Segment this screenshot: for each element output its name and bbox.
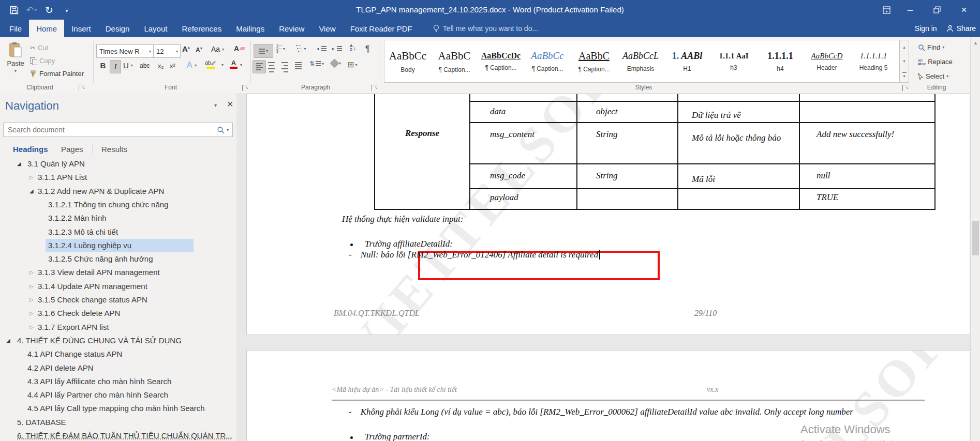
styles-dialog-launcher-icon[interactable]: ↘ xyxy=(902,85,909,91)
tab-foxit-reader-pdf[interactable]: Foxit Reader PDF xyxy=(343,20,420,37)
paragraph-dialog-launcher-icon[interactable]: ↘ xyxy=(372,85,378,91)
replace-button[interactable]: ab⇄ac Replace xyxy=(918,58,953,66)
style-gallery-item[interactable]: 1.1.1.1.1Heading 5 xyxy=(850,40,897,82)
decrease-indent-button[interactable]: ◂ xyxy=(317,45,326,52)
nav-item[interactable]: 5. DATABASE xyxy=(0,416,236,429)
style-gallery-item[interactable]: AaBbCc¶ Caption... xyxy=(524,40,571,82)
align-left-button[interactable] xyxy=(253,60,266,73)
style-gallery-item[interactable]: AaBbC¶ Caption... xyxy=(571,40,617,82)
styles-scroll-up[interactable]: ▴ xyxy=(899,40,909,55)
paste-button[interactable]: Paste ▾ xyxy=(4,41,27,73)
nav-item[interactable]: 4.4 API lấy Partner cho màn hình Search xyxy=(0,388,236,402)
table-cell[interactable] xyxy=(799,94,936,102)
style-gallery-item[interactable]: AaBbCcDc¶ Caption... xyxy=(478,40,524,82)
table-cell[interactable] xyxy=(576,189,677,210)
table-cell[interactable]: Add new successfully! xyxy=(799,123,936,164)
expand-arrow-icon[interactable]: ▷ xyxy=(29,293,34,307)
numbering-button[interactable]: 1—2—3—▾ xyxy=(276,44,285,53)
nav-item[interactable]: 6. THIẾT KẾ ĐẢM BẢO TUÂN THỦ TIÊU CHUẨN … xyxy=(0,429,236,441)
clipboard-dialog-launcher-icon[interactable]: ↘ xyxy=(79,85,85,91)
align-center-button[interactable] xyxy=(268,61,275,73)
share-button[interactable]: Share xyxy=(946,24,976,33)
tab-layout[interactable]: Layout xyxy=(137,20,174,37)
underline-button[interactable]: U▾ xyxy=(123,61,133,70)
nav-item[interactable]: 4.5 API lấy Call type mapping cho màn hì… xyxy=(0,402,236,415)
font-size-combo[interactable]: 12▾ xyxy=(153,44,181,58)
nav-item[interactable]: ▷3.1.3 View detail APN management xyxy=(0,266,236,279)
style-gallery-item[interactable]: AaBbCcBody xyxy=(384,40,431,82)
expand-arrow-icon[interactable]: ▷ xyxy=(29,171,34,184)
nav-item[interactable]: ▷3.1.1 APN List xyxy=(0,171,236,184)
table-cell[interactable]: Dữ liệu trả về xyxy=(677,102,799,123)
table-cell[interactable] xyxy=(677,94,799,102)
copy-button[interactable]: Copy xyxy=(30,57,55,65)
table-cell[interactable] xyxy=(469,94,576,102)
minimize-button[interactable]: ─ xyxy=(898,0,922,20)
scroll-up-icon[interactable]: ▲ xyxy=(971,40,980,45)
change-case-button[interactable]: Aa▾ xyxy=(211,45,224,53)
superscript-button[interactable]: x² xyxy=(170,62,175,70)
nav-item[interactable]: ◢4. THIẾT KẾ DÙNG CHUNG VÀ TÁI SỬ DỤNG xyxy=(0,334,236,347)
expand-arrow-icon[interactable]: ▷ xyxy=(29,280,34,293)
table-cell[interactable] xyxy=(799,102,936,123)
table-cell[interactable]: TRUE xyxy=(799,189,936,210)
tab-review[interactable]: Review xyxy=(272,20,311,37)
nav-item[interactable]: 4.2 API delete APN xyxy=(0,361,236,375)
table-cell[interactable]: Mô tả lỗi hoặc thông báo xyxy=(677,123,799,164)
vertical-scrollbar[interactable]: ▲ xyxy=(970,37,980,441)
nav-item[interactable]: 3.1.2.2 Màn hình xyxy=(0,211,236,225)
expand-arrow-icon[interactable]: ▷ xyxy=(29,266,34,279)
table-cell-response[interactable]: Response xyxy=(374,94,469,210)
format-painter-button[interactable]: Format Painter xyxy=(30,70,84,78)
table-cell[interactable]: Mã lỗi xyxy=(677,164,799,189)
borders-button[interactable]: ⊞▾ xyxy=(348,60,358,69)
tab-references[interactable]: References xyxy=(174,20,229,37)
font-color-button[interactable]: A xyxy=(230,60,237,69)
tab-mailings[interactable]: Mailings xyxy=(229,20,272,37)
style-gallery-item[interactable]: AaBbCcDHeader xyxy=(804,40,850,82)
collapse-arrow-icon[interactable]: ◢ xyxy=(17,159,21,171)
styles-more-button[interactable]: ▾ xyxy=(899,68,909,83)
font-dialog-launcher-icon[interactable]: ↘ xyxy=(242,85,248,91)
nav-pane-options-icon[interactable]: ▾ xyxy=(214,102,217,108)
nav-item[interactable]: ▷3.1.4 Update APN management xyxy=(0,280,236,293)
expand-arrow-icon[interactable]: ▷ xyxy=(29,307,34,320)
pilcrow-button[interactable]: ¶ xyxy=(365,44,370,54)
search-options-caret[interactable]: ▾ xyxy=(227,128,229,132)
style-gallery-item[interactable]: AaBbCcLEmphasis xyxy=(617,40,664,82)
text-highlight-button[interactable]: ab🖉 xyxy=(205,60,216,69)
close-button[interactable]: × xyxy=(952,0,976,20)
tab-design[interactable]: Design xyxy=(98,20,137,37)
cut-button[interactable]: ✂ Cut xyxy=(30,44,48,52)
align-right-button[interactable] xyxy=(281,61,288,73)
nav-item[interactable]: ▷3.1.6 Check delete APN xyxy=(0,307,236,320)
expand-arrow-icon[interactable]: ▷ xyxy=(29,321,34,334)
find-button[interactable]: Find▾ xyxy=(918,43,944,51)
response-table[interactable]: ResponsedataobjectDữ liệu trả vềmsg_cont… xyxy=(374,94,936,210)
table-cell[interactable]: object xyxy=(576,102,677,123)
table-cell[interactable]: data xyxy=(469,102,576,123)
shrink-font-button[interactable]: A▾ xyxy=(196,46,202,54)
grow-font-button[interactable]: A▴ xyxy=(182,44,190,53)
table-cell[interactable]: payload xyxy=(469,189,576,210)
style-gallery-item[interactable]: 1. AABlH1 xyxy=(664,40,710,82)
subscript-button[interactable]: x₂ xyxy=(158,62,164,70)
table-cell[interactable] xyxy=(677,189,799,210)
font-name-combo[interactable]: Times New R▾ xyxy=(96,44,154,58)
nav-item[interactable]: ▷3.1.7 Export APN list xyxy=(0,321,236,334)
nav-item[interactable]: 3.1.2.4 Luồng nghiệp vụ xyxy=(0,239,236,252)
tab-insert[interactable]: Insert xyxy=(64,20,98,37)
ribbon-display-options-icon[interactable] xyxy=(874,0,898,20)
highlight-caret[interactable]: ▾ xyxy=(221,63,224,67)
line-spacing-button[interactable]: ⇅▾ xyxy=(309,60,324,67)
document-page-2[interactable]: VIETTELSOFT <Mã hiệu dự án> - Tài liệu t… xyxy=(246,350,970,441)
tab-home[interactable]: Home xyxy=(29,20,64,37)
table-cell[interactable]: String xyxy=(576,123,677,164)
search-input[interactable] xyxy=(4,126,217,134)
italic-button[interactable]: I xyxy=(110,60,121,73)
tab-view[interactable]: View xyxy=(311,20,343,37)
justify-button[interactable] xyxy=(295,61,302,70)
increase-indent-button[interactable]: ▸ xyxy=(332,45,342,52)
tell-me-box[interactable]: Tell me what you want to do... xyxy=(433,20,538,37)
nav-item[interactable]: 3.1.2.5 Chức năng ảnh hưởng xyxy=(0,252,236,266)
